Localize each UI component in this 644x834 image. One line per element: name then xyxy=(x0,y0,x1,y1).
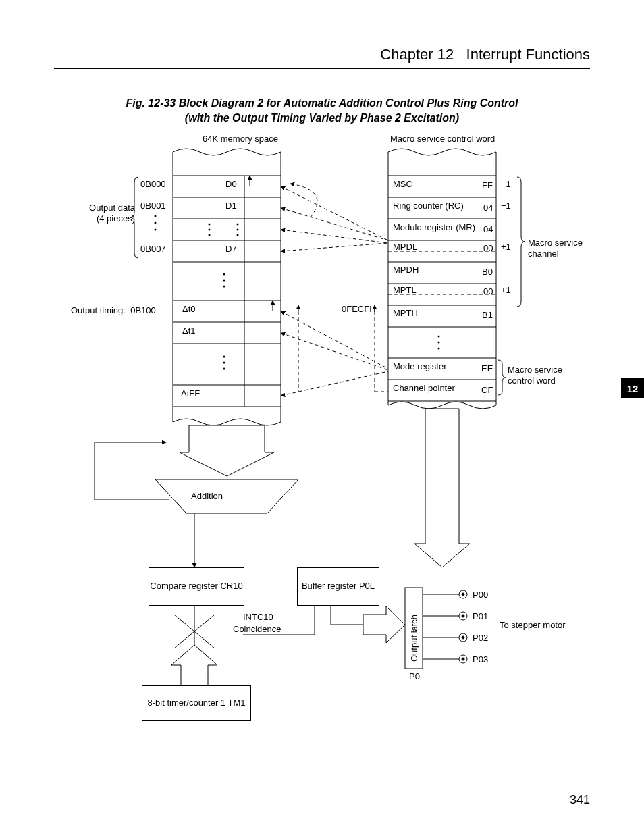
brace-bot-label: Macro service control word xyxy=(508,365,562,386)
port-p01: P01 xyxy=(473,611,488,622)
p0l-label: Buffer register P0L xyxy=(302,581,375,592)
svg-point-22 xyxy=(223,356,225,358)
output-data-label: Output data (4 pieces) xyxy=(81,203,135,224)
port-p02: P02 xyxy=(473,633,488,644)
svg-point-17 xyxy=(237,229,239,231)
svg-point-44 xyxy=(438,342,440,344)
output-timing-label: Output timing: 0B100 xyxy=(71,305,156,316)
heading-left: 64K memory space xyxy=(203,134,278,145)
msw-mode-r: EE xyxy=(481,363,493,374)
svg-point-27 xyxy=(155,229,157,231)
svg-point-89 xyxy=(462,658,464,660)
addr-1: 0B001 xyxy=(140,201,166,211)
tm1-label: 8-bit timer/counter 1 TM1 xyxy=(148,698,246,708)
svg-line-48 xyxy=(281,230,388,243)
msw-mpdl-r: 00 xyxy=(483,243,493,254)
msw-mr-l: Modulo register (MR) xyxy=(393,222,475,233)
msw-mptl-l: MPTL xyxy=(393,285,417,296)
svg-point-14 xyxy=(209,229,211,231)
port-p03: P03 xyxy=(473,654,488,665)
addr-0: 0B000 xyxy=(140,179,166,190)
intc10-label: INTC10 xyxy=(243,612,273,623)
cell-d1: D1 xyxy=(225,201,237,211)
svg-marker-60 xyxy=(180,425,274,476)
cell-dtff: ΔtFF xyxy=(181,388,200,399)
port-p00: P00 xyxy=(473,590,488,600)
msw-mode-l: Mode register xyxy=(393,361,446,372)
msw-msc-r: FF xyxy=(482,180,493,191)
addition-label: Addition xyxy=(191,491,223,502)
cell-d7: D7 xyxy=(225,244,237,255)
msw-mpdl-d: +1 xyxy=(501,242,511,253)
svg-point-86 xyxy=(462,636,464,639)
msw-mpth-l: MPTH xyxy=(393,308,418,319)
coincidence-label: Coincidence xyxy=(233,624,281,635)
msw-mpdh-r: B0 xyxy=(482,267,493,278)
cr10-box: Compare register CR10 xyxy=(149,567,244,606)
svg-point-26 xyxy=(155,222,157,224)
svg-line-49 xyxy=(281,243,388,251)
svg-point-15 xyxy=(209,234,211,236)
svg-point-23 xyxy=(223,362,225,364)
stepper-label: To stepper motor xyxy=(500,620,566,631)
p0-label: P0 xyxy=(409,671,420,682)
svg-point-16 xyxy=(237,224,239,226)
msw-mpdh-l: MPDH xyxy=(393,265,419,276)
svg-point-83 xyxy=(462,615,464,617)
svg-marker-72 xyxy=(171,645,217,685)
msw-mptl-r: 00 xyxy=(483,286,493,297)
svg-line-47 xyxy=(281,208,388,240)
msw-mr-r: 04 xyxy=(483,224,493,235)
svg-point-80 xyxy=(462,593,464,596)
p0l-box: Buffer register P0L xyxy=(297,567,379,606)
msw-rc-d: −1 xyxy=(501,201,511,211)
output-latch-label: Output latch xyxy=(409,615,420,662)
block-diagram xyxy=(0,0,644,834)
heading-right: Macro service control word xyxy=(390,134,495,145)
svg-point-21 xyxy=(223,286,225,288)
msw-mpdl-l: MPDL xyxy=(393,242,417,253)
svg-point-19 xyxy=(223,273,225,276)
msw-msc-l: MSC xyxy=(393,179,412,190)
svg-point-20 xyxy=(223,280,225,282)
mid-label: 0FECFH xyxy=(342,304,376,315)
brace-top-label: Macro service channel xyxy=(528,238,583,259)
svg-point-25 xyxy=(155,215,157,217)
tm1-box: 8-bit timer/counter 1 TM1 xyxy=(142,685,251,721)
svg-point-45 xyxy=(438,348,440,350)
addr-7: 0B007 xyxy=(140,244,166,255)
svg-point-24 xyxy=(223,368,225,370)
svg-line-50 xyxy=(281,311,388,369)
svg-point-13 xyxy=(209,224,211,226)
svg-line-52 xyxy=(281,371,388,396)
cr10-label: Compare register CR10 xyxy=(150,581,242,592)
msw-msc-d: −1 xyxy=(501,179,511,190)
svg-line-51 xyxy=(281,333,388,370)
msw-mptl-d: +1 xyxy=(501,285,511,296)
msw-chan-l: Channel pointer xyxy=(393,383,455,394)
msw-rc-l: Ring counter (RC) xyxy=(393,201,464,211)
svg-line-46 xyxy=(281,186,388,240)
msw-mpth-r: B1 xyxy=(482,310,493,321)
cell-dt0: Δt0 xyxy=(182,304,196,315)
cell-d0: D0 xyxy=(225,179,237,190)
svg-point-18 xyxy=(237,234,239,236)
svg-marker-64 xyxy=(155,479,298,513)
msw-rc-r: 04 xyxy=(483,203,493,213)
svg-marker-66 xyxy=(414,409,470,567)
msw-chan-r: CF xyxy=(481,385,493,396)
cell-dt1: Δt1 xyxy=(182,325,196,336)
svg-point-43 xyxy=(438,336,440,338)
svg-marker-74 xyxy=(363,606,405,643)
